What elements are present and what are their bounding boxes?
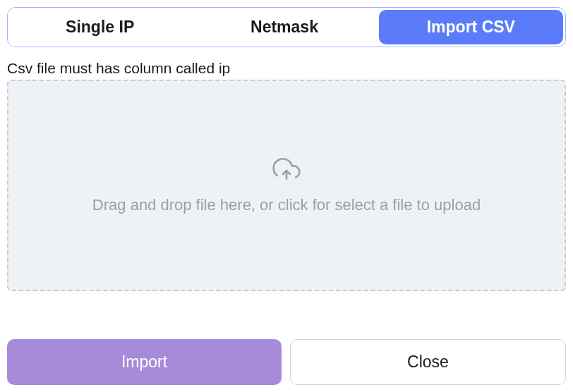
button-row: Import Close [7, 339, 566, 385]
cloud-upload-icon [272, 157, 301, 188]
import-button[interactable]: Import [7, 339, 282, 385]
close-button[interactable]: Close [290, 339, 566, 385]
tab-import-csv[interactable]: Import CSV [379, 10, 563, 44]
tab-group: Single IP Netmask Import CSV [7, 7, 566, 47]
tab-single-ip[interactable]: Single IP [8, 8, 192, 47]
tab-netmask[interactable]: Netmask [192, 8, 376, 47]
dropzone-text: Drag and drop file here, or click for se… [92, 196, 481, 214]
csv-hint-text: Csv file must has column called ip [7, 60, 566, 77]
file-dropzone[interactable]: Drag and drop file here, or click for se… [7, 80, 566, 291]
